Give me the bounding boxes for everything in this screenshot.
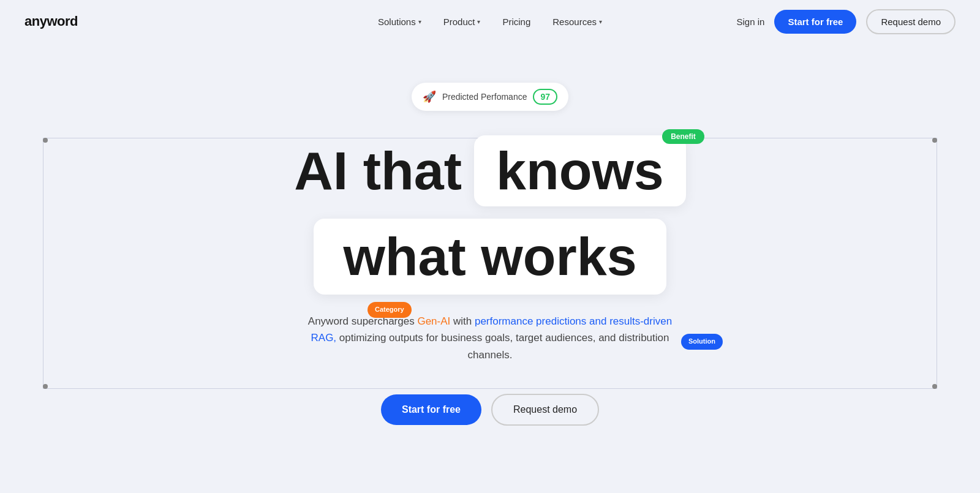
heading-ai-that: AI that — [294, 144, 462, 198]
start-free-button-hero[interactable]: Start for free — [381, 394, 481, 425]
nav-links: Solutions ▾ Product ▾ Pricing Resources … — [378, 17, 602, 27]
nav-resources[interactable]: Resources ▾ — [552, 17, 602, 27]
start-free-button-nav[interactable]: Start for free — [774, 10, 856, 34]
subtitle-middle: with — [450, 315, 475, 327]
corner-dot-br — [932, 384, 937, 389]
nav-pricing[interactable]: Pricing — [502, 17, 530, 27]
subtitle-after: optimizing outputs for business goals, t… — [336, 332, 669, 360]
chevron-down-icon: ▾ — [418, 18, 421, 25]
solution-badge: Solution — [681, 334, 723, 350]
heading-card-what-works: what works — [314, 219, 666, 295]
subtitle-genai: Gen-AI — [417, 315, 450, 327]
rocket-icon: 🚀 — [423, 90, 436, 103]
performance-pill: 🚀 Predicted Perfomance 97 — [412, 83, 568, 111]
perf-label: Predicted Perfomance — [442, 92, 527, 102]
category-badge: Category — [368, 302, 412, 318]
hero-section: 🚀 Predicted Perfomance 97 Benefit AI tha… — [0, 43, 980, 484]
nav-actions: Sign in Start for free Request demo — [737, 9, 956, 34]
request-demo-button-nav[interactable]: Request demo — [866, 9, 956, 34]
hero-heading-area: Benefit AI that knows what works — [294, 135, 686, 295]
nav-product[interactable]: Product ▾ — [443, 17, 481, 27]
heading-what-works: what works — [343, 226, 636, 287]
logo[interactable]: anyword — [24, 13, 78, 29]
benefit-badge: Benefit — [662, 129, 704, 144]
corner-dot-tl — [43, 138, 48, 143]
heading-knows: knows — [496, 140, 664, 201]
corner-dot-tr — [932, 138, 937, 143]
chevron-down-icon: ▾ — [477, 18, 480, 25]
heading-card-knows: knows — [474, 135, 686, 206]
perf-score: 97 — [533, 89, 557, 105]
nav-solutions[interactable]: Solutions ▾ — [378, 17, 421, 27]
corner-dot-bl — [43, 384, 48, 389]
hero-subtitle: Category Anyword supercharges Gen-AI wit… — [294, 313, 686, 363]
navbar: anyword Solutions ▾ Product ▾ Pricing Re… — [0, 0, 980, 43]
hero-ctas: Start for free Request demo — [381, 394, 599, 426]
signin-button[interactable]: Sign in — [737, 17, 765, 27]
chevron-down-icon: ▾ — [599, 18, 602, 25]
request-demo-button-hero[interactable]: Request demo — [491, 394, 599, 426]
